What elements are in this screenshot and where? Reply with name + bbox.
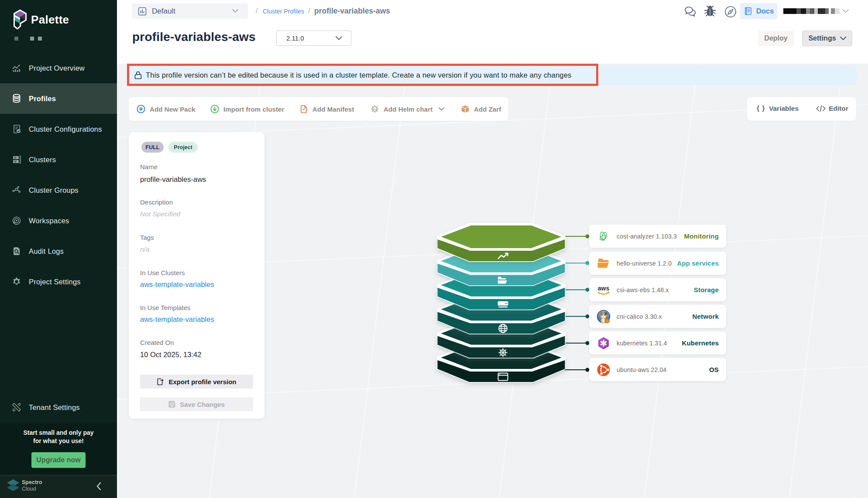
svg-text:aws: aws — [598, 285, 610, 292]
